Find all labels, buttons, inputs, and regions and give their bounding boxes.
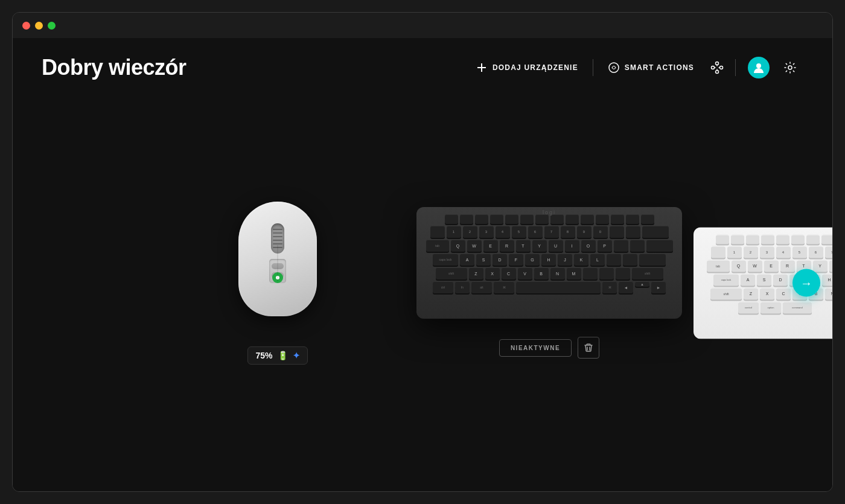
- wkb-key-tilde: [711, 246, 725, 258]
- wkb-key-f7: [821, 234, 833, 244]
- key-j: J: [558, 254, 572, 266]
- key-f12: [626, 214, 639, 224]
- key-c: C: [502, 267, 516, 279]
- key-i: I: [565, 240, 579, 252]
- key-f: F: [509, 254, 523, 266]
- wkb-key-r: R: [780, 260, 795, 272]
- smart-actions-icon: [608, 62, 620, 74]
- wkb-key-control: control: [738, 301, 759, 313]
- wkb-key-6: 6: [809, 246, 823, 258]
- trash-icon: [584, 343, 593, 352]
- key-0: 0: [593, 226, 608, 238]
- settings-button[interactable]: [779, 57, 801, 78]
- flow-button[interactable]: [706, 57, 728, 78]
- key-enter: [646, 240, 673, 252]
- key-bracket-l: [614, 240, 628, 252]
- avatar-button[interactable]: [748, 57, 770, 78]
- keyboard-inactive-badge: NIEAKTYWNE: [499, 337, 599, 359]
- wkb-qwerty-row: tab Q W E R T Y U: [702, 260, 832, 272]
- key-tab: tab: [426, 240, 449, 252]
- arrow-right-icon: →: [800, 276, 812, 290]
- key-arrow-l: ◄: [619, 281, 633, 293]
- separator-2: [735, 59, 736, 76]
- wkb-key-n: N: [825, 287, 832, 299]
- wkb-key-command: command: [783, 301, 812, 313]
- svg-point-11: [756, 63, 761, 68]
- wkb-key-esc: [716, 234, 729, 244]
- svg-point-3: [712, 66, 715, 69]
- key-f8: [566, 214, 579, 224]
- key-arrow-u: ▲: [635, 281, 649, 287]
- wkb-key-f1: [731, 234, 744, 244]
- delete-device-button[interactable]: [578, 337, 599, 359]
- key-f11: [611, 214, 624, 224]
- key-arrow-r: ►: [651, 281, 666, 293]
- wkb-key-f2: [746, 234, 759, 244]
- key-space: [516, 281, 601, 293]
- wkb-key-x: X: [760, 287, 774, 299]
- key-6: 6: [528, 226, 543, 238]
- keyboard-dark-image: 1 2 3 4 5 6 7 8 9 0: [416, 207, 682, 319]
- key-e: E: [483, 240, 498, 252]
- wkb-key-5: 5: [792, 246, 807, 258]
- battery-icon: 🔋: [278, 351, 288, 360]
- mouse-divider: [278, 245, 278, 281]
- device-slot-keyboard-white[interactable]: 1 2 3 4 5 6 7 tab Q W E R: [694, 227, 832, 339]
- wkb-key-q: Q: [732, 260, 746, 272]
- key-d: D: [493, 254, 507, 266]
- wkb-key-z: Z: [744, 287, 758, 299]
- qwerty-row: tab Q W E R T Y U I O P: [425, 240, 674, 252]
- wkb-key-option: option: [760, 301, 781, 313]
- battery-badge: 75% 🔋 ✦: [247, 346, 307, 365]
- key-ctrl: ctrl: [433, 281, 453, 293]
- device-navigate-button[interactable]: →: [792, 269, 820, 297]
- avatar-icon: [752, 61, 765, 74]
- key-y: Y: [532, 240, 547, 252]
- key-shift-left: shift: [436, 267, 467, 279]
- inactive-button[interactable]: NIEAKTYWNE: [499, 339, 572, 357]
- wkb-bottom-row: control option command: [702, 301, 832, 313]
- key-g: G: [525, 254, 540, 266]
- key-f6: [535, 214, 549, 224]
- plus-icon: [476, 62, 488, 74]
- key-comma: [583, 267, 598, 279]
- key-f7: [550, 214, 564, 224]
- wkb-key-f6: [806, 234, 820, 244]
- key-tilde: [430, 226, 445, 238]
- key-del: [641, 214, 654, 224]
- key-f1: [460, 214, 473, 224]
- header-actions: DODAJ URZĄDZENIE SMART ACTIONS: [466, 57, 803, 78]
- wkb-key-c: C: [776, 287, 791, 299]
- wkb-key-tab: tab: [707, 260, 730, 272]
- battery-percent: 75%: [255, 351, 272, 360]
- svg-point-5: [716, 62, 719, 65]
- key-k: K: [574, 254, 588, 266]
- device-slot-keyboard-dark[interactable]: 1 2 3 4 5 6 7 8 9 0: [404, 207, 694, 359]
- mouse-body: [238, 202, 317, 316]
- key-u: U: [549, 240, 563, 252]
- smart-actions-button[interactable]: SMART ACTIONS: [598, 57, 704, 78]
- key-4: 4: [496, 226, 510, 238]
- devices-area: 75% 🔋 ✦: [13, 92, 832, 473]
- key-f2: [475, 214, 488, 224]
- key-a: A: [460, 254, 474, 266]
- svg-point-4: [720, 66, 723, 69]
- key-9: 9: [577, 226, 592, 238]
- key-5: 5: [512, 226, 526, 238]
- device-slot-mouse[interactable]: 75% 🔋 ✦: [151, 202, 404, 365]
- key-fn: fn: [455, 281, 470, 293]
- key-p: P: [598, 240, 612, 252]
- key-f5: [520, 214, 534, 224]
- key-2: 2: [463, 226, 477, 238]
- key-shift-right: shift: [632, 267, 663, 279]
- main-content: Dobry wieczór DODAJ URZĄDZENIE: [13, 38, 832, 491]
- add-device-button[interactable]: DODAJ URZĄDZENIE: [466, 57, 588, 78]
- key-s: S: [476, 254, 491, 266]
- close-button[interactable]: [22, 22, 30, 30]
- wkb-key-d: D: [773, 273, 788, 285]
- wkb-key-1: 1: [727, 246, 742, 258]
- minimize-button[interactable]: [35, 22, 43, 30]
- maximize-button[interactable]: [48, 22, 56, 30]
- wkb-key-y: Y: [813, 260, 827, 272]
- key-r: R: [500, 240, 514, 252]
